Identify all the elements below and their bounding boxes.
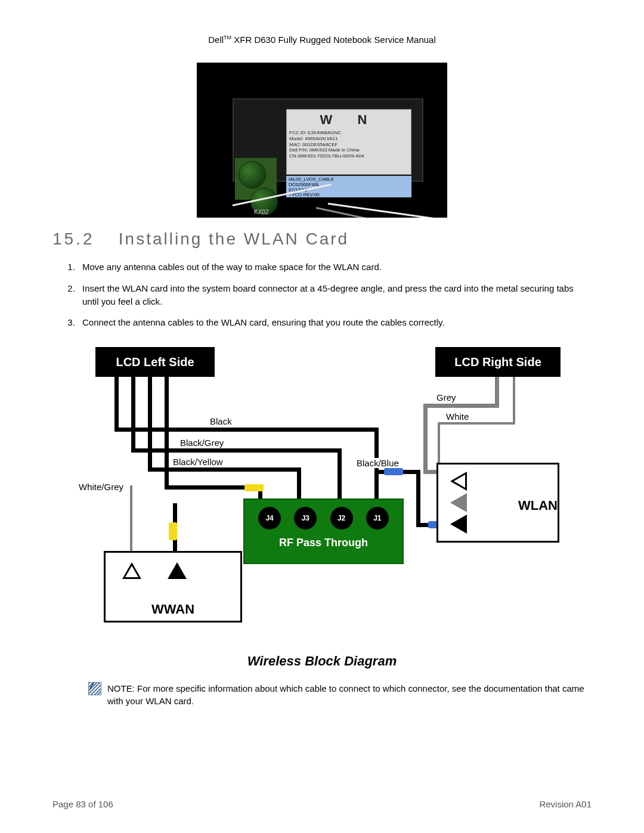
section-title: Installing the WLAN Card: [119, 230, 349, 248]
label-white: White: [445, 411, 470, 422]
antenna-icon: [450, 472, 467, 491]
page-footer: Page 83 of 106 Revision A01: [52, 799, 592, 809]
tag-blue-icon: [384, 468, 403, 475]
lcd-left-box: LCD Left Side: [95, 347, 215, 377]
antenna-icon: [122, 562, 141, 579]
document-header: DellTM XFR D630 Fully Rugged Notebook Se…: [52, 35, 592, 45]
wlan-label: WLAN: [438, 498, 566, 513]
tag-yellow-icon: [244, 484, 264, 491]
cable-label-strip: IAL00_LVDS_CABLE DC02000F80L 07/12/13 TY…: [286, 176, 411, 197]
jack-j3: J3: [294, 507, 317, 529]
label-white-grey: White/Grey: [78, 482, 125, 492]
label-black-yellow: Black/Yellow: [172, 457, 224, 467]
card-fcc: FCC ID: E2K4968AGNC: [289, 130, 408, 136]
figure-photo-wrap: KX02 W N FCC ID: E2K4968AGNC Model: 4965…: [52, 63, 592, 218]
antenna-icon: [450, 515, 467, 534]
card-cn: CN-0MK933-70223-7BU-00X9-A04: [289, 153, 408, 159]
card-pn: Dell P/N: 0MK933 Made in China: [289, 147, 408, 153]
wlan-photo: KX02 W N FCC ID: E2K4968AGNC Model: 4965…: [197, 63, 447, 218]
note-row: NOTE: For more specific information abou…: [88, 682, 592, 707]
label-grey: Grey: [435, 392, 457, 402]
wwan-module-box: WWAN: [104, 551, 242, 623]
rf-pass-through-box: J4 J3 J2 J1 RF Pass Through: [243, 498, 404, 564]
card-big-letters: W N: [289, 112, 408, 128]
wwan-label: WWAN: [106, 602, 240, 617]
note-icon: [88, 682, 101, 695]
wlan-module-box: WLAN: [436, 463, 559, 543]
footer-page: Page 83 of 106: [52, 799, 113, 809]
step-3: Connect the antenna cables to the WLAN c…: [78, 316, 592, 329]
header-rest: XFR D630 Fully Rugged Notebook Service M…: [231, 35, 436, 45]
header-tm: TM: [224, 35, 231, 41]
section-heading: 15.2 Installing the WLAN Card: [52, 230, 592, 249]
antenna-icon: [168, 562, 187, 579]
steps-list: Move any antenna cables out of the way t…: [78, 261, 592, 329]
label-black: Black: [209, 416, 233, 426]
strip4: TYCO REV:00: [289, 193, 409, 198]
page: DellTM XFR D630 Fully Rugged Notebook Se…: [0, 0, 644, 833]
diagram-caption: Wireless Block Diagram: [52, 654, 592, 669]
photo-marking: KX02: [254, 209, 268, 215]
header-brand: Dell: [208, 35, 224, 45]
card-model: Model: 4965AGN MI11: [289, 136, 408, 142]
note-text: NOTE: For more specific information abou…: [107, 682, 592, 707]
wireless-block-diagram: LCD Left Side LCD Right Side: [78, 343, 566, 642]
step-2: Insert the WLAN card into the system boa…: [78, 282, 592, 308]
footer-revision: Revision A01: [539, 799, 592, 809]
jack-j1: J1: [366, 507, 389, 529]
label-black-blue: Black/Blue: [355, 458, 400, 468]
jack-j2: J2: [330, 507, 353, 529]
section-number: 15.2: [52, 230, 112, 249]
label-black-grey: Black/Grey: [179, 438, 225, 448]
wlan-card-label: W N FCC ID: E2K4968AGNC Model: 4965AGN M…: [286, 109, 411, 175]
rf-title: RF Pass Through: [244, 537, 402, 549]
jack-j4: J4: [258, 507, 281, 529]
tag-yellow-icon: [169, 522, 177, 540]
card-mac: MAC: 001DE05A8CEF: [289, 142, 408, 148]
lcd-right-box: LCD Right Side: [435, 347, 561, 377]
step-1: Move any antenna cables out of the way t…: [78, 261, 592, 274]
